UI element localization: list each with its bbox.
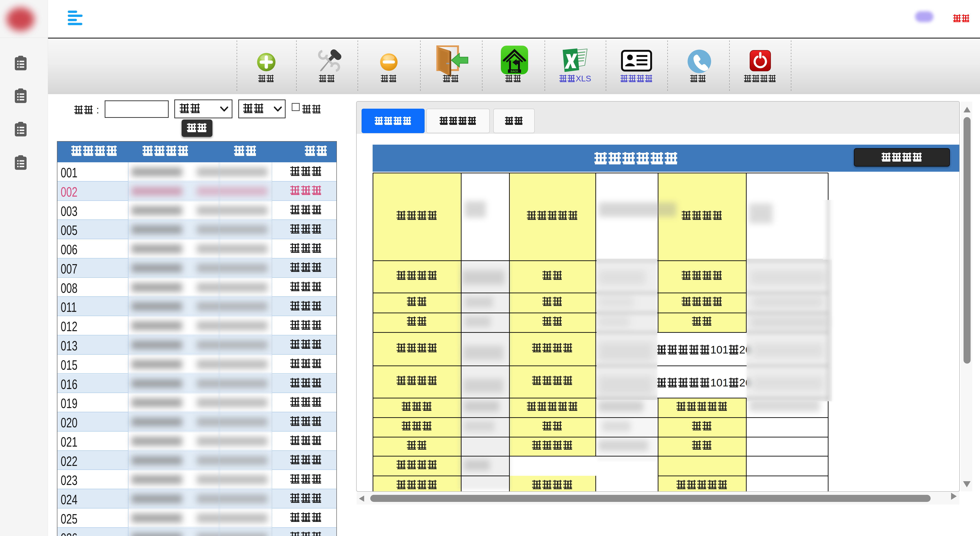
svg-text:BACK: BACK xyxy=(511,70,518,73)
